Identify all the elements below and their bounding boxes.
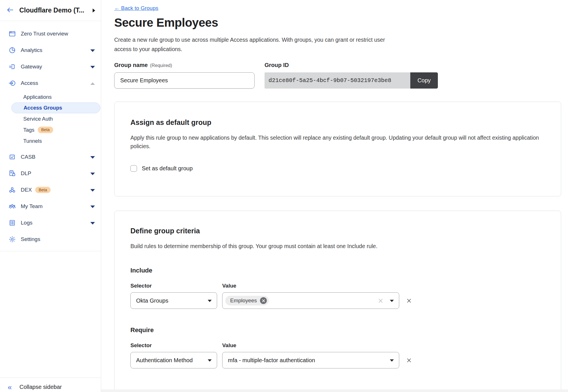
sidebar-item-service-auth[interactable]: Service Auth xyxy=(0,113,101,124)
page-title: Secure Employees xyxy=(114,16,568,30)
sidebar-item-access-groups[interactable]: Access Groups xyxy=(11,102,100,113)
gateway-icon xyxy=(8,63,16,71)
require-heading: Require xyxy=(130,326,545,334)
remove-chip-icon[interactable] xyxy=(260,297,267,304)
card-title: Define group criteria xyxy=(130,227,545,235)
assign-default-group-card: Assign as default group Apply this rule … xyxy=(114,102,561,196)
required-hint: (Required) xyxy=(150,63,172,68)
sidebar-item-label: DEX xyxy=(21,187,32,193)
clear-values-icon[interactable] xyxy=(378,298,384,305)
set-default-group-checkbox[interactable] xyxy=(130,165,137,172)
chevron-down-icon[interactable] xyxy=(90,206,95,208)
employees-chip: Employees xyxy=(225,296,269,305)
sidebar-item-label: Zero Trust overview xyxy=(21,31,68,37)
gear-icon xyxy=(8,235,16,243)
copy-button[interactable]: Copy xyxy=(410,72,438,89)
include-rule-row: Okta Groups Employees xyxy=(130,292,545,309)
chevron-right-icon[interactable] xyxy=(93,9,95,12)
include-value-multiselect[interactable]: Employees xyxy=(222,292,399,309)
group-meta-row: Group name(Required) Group ID d21ce80f-5… xyxy=(114,62,568,89)
sidebar-item-label: Analytics xyxy=(21,47,42,53)
selector-label: Selector xyxy=(130,342,217,349)
chevron-down-icon[interactable] xyxy=(90,49,95,52)
selector-label: Selector xyxy=(130,283,217,289)
chevron-up-icon[interactable] xyxy=(90,82,95,85)
group-id-value: d21ce80f-5a25-4bcf-9b07-5032197e3be8 xyxy=(265,72,410,89)
sidebar-header: Cloudflare Demo (T... xyxy=(0,0,101,21)
chevron-down-icon[interactable] xyxy=(90,189,95,192)
chevron-down-icon xyxy=(208,300,212,302)
value-label: Value xyxy=(222,283,236,289)
sidebar-item-label: CASB xyxy=(21,154,36,160)
dex-icon xyxy=(8,186,16,194)
window-icon xyxy=(8,30,16,38)
chevron-down-icon xyxy=(390,300,394,302)
bottom-edge-strip xyxy=(101,389,568,392)
sidebar-item-tunnels[interactable]: Tunnels xyxy=(0,135,101,146)
set-default-group-row: Set as default group xyxy=(130,165,545,172)
beta-badge: Beta xyxy=(35,187,51,193)
sidebar-item-tags[interactable]: Tags Beta xyxy=(0,124,101,135)
group-id-field: Group ID d21ce80f-5a25-4bcf-9b07-5032197… xyxy=(265,62,438,89)
sidebar-item-casb[interactable]: CASB xyxy=(0,149,101,165)
chevron-down-icon xyxy=(208,359,212,362)
sidebar-item-gateway[interactable]: Gateway xyxy=(0,58,101,75)
chevron-down-icon[interactable] xyxy=(90,156,95,159)
value-label: Value xyxy=(222,342,236,349)
require-selector-dropdown[interactable]: Authentication Method xyxy=(130,352,217,368)
remove-include-rule-icon[interactable] xyxy=(406,298,412,303)
sidebar-item-zero-trust-overview[interactable]: Zero Trust overview xyxy=(0,26,101,42)
beta-badge: Beta xyxy=(38,127,53,133)
card-description: Apply this rule group to new application… xyxy=(130,133,545,150)
sidebar-item-access[interactable]: Access xyxy=(0,75,101,91)
remove-require-rule-icon[interactable] xyxy=(406,358,412,363)
sidebar-item-label: Logs xyxy=(21,220,32,226)
card-description: Build rules to determine membership of t… xyxy=(130,242,545,250)
sidebar-nav: Zero Trust overview Analytics Gateway xyxy=(0,21,101,251)
group-name-field: Group name(Required) xyxy=(114,62,255,89)
sidebar-item-label: DLP xyxy=(21,170,31,177)
account-title: Cloudflare Demo (T... xyxy=(19,7,84,14)
sidebar-item-label: My Team xyxy=(21,203,43,209)
sidebar-item-settings[interactable]: Settings xyxy=(0,231,101,248)
sidebar-item-label: Settings xyxy=(21,236,40,242)
back-to-groups-link[interactable]: ← Back to Groups xyxy=(114,5,158,11)
pie-chart-icon xyxy=(8,46,16,54)
logs-icon xyxy=(8,219,16,227)
collapse-sidebar-button[interactable]: « Collapse sidebar xyxy=(0,378,101,392)
casb-icon xyxy=(8,153,16,161)
group-name-input[interactable] xyxy=(114,72,255,89)
card-title: Assign as default group xyxy=(130,118,545,127)
sidebar-item-label: Access xyxy=(21,80,38,86)
arrow-left-icon[interactable] xyxy=(6,6,14,15)
chevron-down-icon[interactable] xyxy=(90,222,95,225)
access-icon xyxy=(8,79,16,87)
page-description: Create a new rule group to use across mu… xyxy=(114,35,389,54)
sidebar-item-analytics[interactable]: Analytics xyxy=(0,42,101,58)
include-selector-dropdown[interactable]: Okta Groups xyxy=(130,292,217,309)
chevron-down-icon xyxy=(390,359,394,362)
access-subnav: Applications Access Groups Service Auth … xyxy=(0,91,101,146)
require-rule-row: Authentication Method mfa - multiple-fac… xyxy=(130,352,545,368)
sidebar-item-applications[interactable]: Applications xyxy=(0,91,101,102)
group-name-label: Group name xyxy=(114,62,148,68)
chevron-down-icon[interactable] xyxy=(90,173,95,175)
sidebar-item-my-team[interactable]: My Team xyxy=(0,198,101,215)
sidebar: Cloudflare Demo (T... Zero Trust overvie… xyxy=(0,0,101,392)
sidebar-item-label: Gateway xyxy=(21,64,42,70)
sidebar-item-dlp[interactable]: DLP xyxy=(0,165,101,182)
main-content: ← Back to Groups Secure Employees Create… xyxy=(101,0,568,392)
checkbox-label: Set as default group xyxy=(142,165,193,172)
sidebar-item-dex[interactable]: DEX Beta xyxy=(0,182,101,198)
chevron-down-icon[interactable] xyxy=(90,66,95,68)
sidebar-item-logs[interactable]: Logs xyxy=(0,215,101,231)
double-chevron-left-icon: « xyxy=(8,383,12,391)
dlp-icon xyxy=(8,169,16,177)
team-icon xyxy=(8,202,16,210)
group-id-label: Group ID xyxy=(265,62,438,68)
include-heading: Include xyxy=(130,267,545,274)
define-group-criteria-card: Define group criteria Build rules to det… xyxy=(114,211,561,392)
require-value-dropdown[interactable]: mfa - multiple-factor authentication xyxy=(222,352,399,368)
